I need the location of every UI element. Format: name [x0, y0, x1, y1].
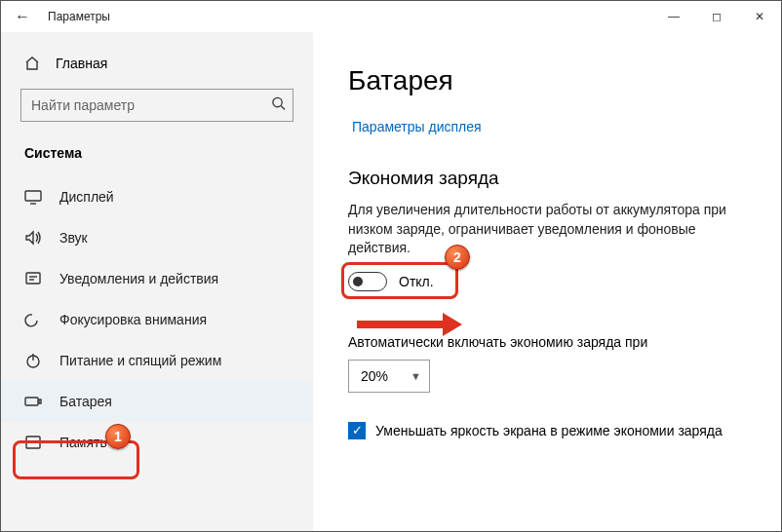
toggle-knob — [353, 277, 363, 286]
auto-enable-select[interactable]: 20% ▼ — [348, 360, 430, 393]
storage-icon — [24, 434, 42, 451]
sidebar-item-power[interactable]: Питание и спящий режим — [1, 340, 313, 381]
sidebar-item-battery[interactable]: Батарея — [1, 381, 313, 422]
battery-icon — [24, 393, 42, 410]
sidebar-item-notifications[interactable]: Уведомления и действия — [1, 258, 313, 299]
svg-line-1 — [281, 106, 285, 110]
sidebar: Главная Система Дисплей Звук — [1, 32, 313, 531]
sound-icon — [24, 229, 42, 247]
settings-window: ← Параметры — ◻ ✕ Главная Система — [0, 0, 782, 532]
sidebar-item-focus[interactable]: Фокусировка внимания — [1, 299, 313, 340]
svg-rect-2 — [25, 191, 41, 201]
section-title-battery-saver: Экономия заряда — [348, 168, 754, 189]
lower-brightness-label: Уменьшать яркость экрана в режиме эконом… — [375, 423, 723, 438]
display-icon — [24, 188, 42, 206]
window-controls: — ◻ ✕ — [652, 1, 781, 32]
page-title: Батарея — [348, 65, 754, 96]
lower-brightness-row: ✓ Уменьшать яркость экрана в режиме экон… — [348, 422, 754, 439]
window-title: Параметры — [48, 10, 110, 23]
sidebar-item-label: Фокусировка внимания — [59, 312, 207, 327]
sidebar-group-label: Система — [1, 135, 313, 171]
battery-saver-toggle[interactable] — [348, 272, 387, 291]
main-content: Батарея Параметры дисплея Экономия заряд… — [313, 32, 781, 531]
svg-point-0 — [273, 97, 282, 106]
auto-enable-value: 20% — [361, 368, 388, 384]
power-icon — [24, 352, 42, 369]
search-input[interactable] — [20, 89, 293, 122]
titlebar-left: ← Параметры — [15, 8, 110, 25]
lower-brightness-checkbox[interactable]: ✓ — [348, 422, 366, 439]
sidebar-item-label: Уведомления и действия — [59, 271, 218, 286]
battery-saver-toggle-label: Откл. — [399, 274, 434, 289]
svg-rect-10 — [39, 399, 41, 403]
sidebar-item-sound[interactable]: Звук — [1, 217, 313, 258]
svg-rect-4 — [26, 273, 40, 284]
search-icon — [271, 96, 286, 115]
sidebar-item-storage[interactable]: Память — [1, 422, 313, 463]
sidebar-item-label: Память — [59, 435, 107, 450]
nav-home-label: Главная — [56, 56, 107, 71]
maximize-button[interactable]: ◻ — [695, 1, 738, 32]
titlebar: ← Параметры — ◻ ✕ — [1, 1, 781, 32]
sidebar-item-display[interactable]: Дисплей — [1, 176, 313, 217]
chevron-down-icon: ▼ — [411, 370, 421, 382]
battery-saver-description: Для увеличения длительности работы от ак… — [348, 201, 754, 258]
display-settings-link[interactable]: Параметры дисплея — [352, 119, 482, 134]
nav-home[interactable]: Главная — [1, 48, 313, 83]
auto-enable-label: Автоматически включать экономию заряда п… — [348, 334, 754, 350]
focus-icon — [24, 311, 42, 328]
sidebar-item-label: Питание и спящий режим — [59, 353, 221, 368]
notifications-icon — [24, 270, 42, 287]
sidebar-item-label: Звук — [59, 230, 88, 246]
home-icon — [24, 56, 40, 71]
window-body: Главная Система Дисплей Звук — [1, 32, 781, 531]
battery-saver-toggle-row: Откл. — [348, 272, 754, 291]
sidebar-item-label: Батарея — [59, 394, 112, 409]
back-button[interactable]: ← — [15, 8, 30, 25]
sidebar-nav: Дисплей Звук Уведомления и действия Фоку… — [1, 176, 313, 463]
minimize-button[interactable]: — — [652, 1, 695, 32]
close-button[interactable]: ✕ — [738, 1, 781, 32]
sidebar-item-label: Дисплей — [59, 189, 114, 205]
svg-rect-9 — [25, 398, 38, 405]
search-wrap — [20, 89, 293, 122]
